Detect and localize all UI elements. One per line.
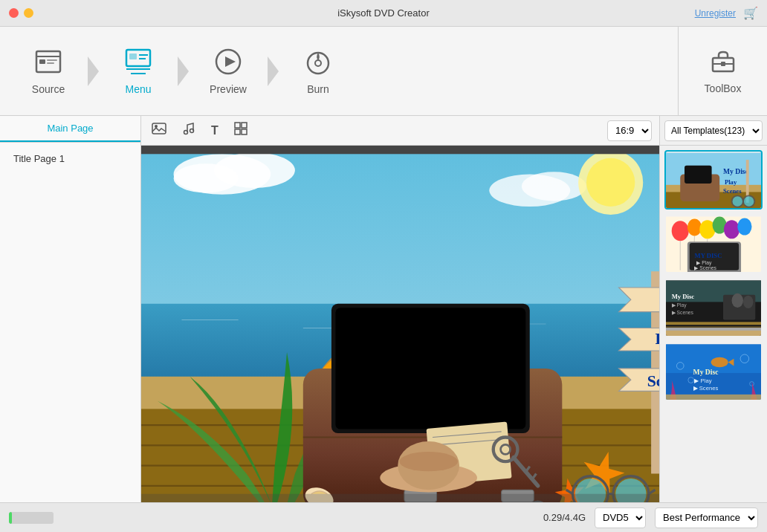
template-item-4[interactable]: My Disc ▶ Play ▶ Scenes xyxy=(664,342,763,401)
aspect-ratio-select[interactable]: 16:9 4:3 xyxy=(607,120,652,141)
preview-label: Preview xyxy=(210,83,247,95)
svg-point-126 xyxy=(711,357,728,367)
canvas-area: T 16:9 4:3 xyxy=(141,116,659,502)
menu-label: Menu xyxy=(125,83,151,95)
svg-rect-117 xyxy=(666,326,761,328)
sidebar-list: Title Page 1 xyxy=(0,143,140,502)
burn-label: Burn xyxy=(307,83,329,95)
canvas-toolbar: T 16:9 4:3 xyxy=(141,116,659,146)
app-title: iSkysoft DVD Creator xyxy=(337,7,430,19)
toolbox-label: ToolBox xyxy=(705,82,742,94)
svg-point-21 xyxy=(190,129,194,133)
svg-text:▶ Scenes: ▶ Scenes xyxy=(693,385,719,392)
svg-point-97 xyxy=(724,220,740,239)
svg-point-94 xyxy=(687,218,702,236)
svg-rect-22 xyxy=(235,123,240,128)
svg-text:▶ Play: ▶ Play xyxy=(672,302,687,308)
grid-tool-icon[interactable] xyxy=(230,118,251,143)
top-right-controls: Unregister 🛒 xyxy=(695,6,758,20)
svg-marker-12 xyxy=(225,56,236,67)
title-bar: iSkysoft DVD Creator Unregister 🛒 xyxy=(0,0,767,27)
music-tool-icon[interactable] xyxy=(178,118,199,143)
svg-rect-57 xyxy=(335,308,525,429)
cart-icon[interactable]: 🛒 xyxy=(743,6,758,20)
svg-rect-6 xyxy=(129,53,137,59)
svg-text:▶ Play: ▶ Play xyxy=(694,377,711,384)
toolbar-menu[interactable]: Menu xyxy=(97,27,179,115)
list-item[interactable]: Title Page 1 xyxy=(7,150,133,167)
templates-dropdown[interactable]: All Templates(123) xyxy=(664,120,763,141)
svg-text:Scenes: Scenes xyxy=(647,372,659,390)
svg-text:My Disc: My Disc xyxy=(693,368,719,376)
svg-rect-4 xyxy=(47,62,54,64)
text-tool-icon[interactable]: T xyxy=(208,121,221,140)
templates-header: All Templates(123) xyxy=(660,116,767,146)
svg-point-91 xyxy=(743,195,754,207)
progress-bar-container xyxy=(9,512,54,524)
svg-rect-18 xyxy=(152,123,166,134)
dvd-type-select[interactable]: DVD5 DVD9 xyxy=(595,507,646,528)
toolbar-source[interactable]: Source xyxy=(7,27,89,115)
svg-point-93 xyxy=(672,221,689,241)
svg-rect-2 xyxy=(39,59,45,64)
source-icon xyxy=(33,47,63,80)
minimize-button[interactable] xyxy=(24,8,33,18)
unregister-link[interactable]: Unregister xyxy=(695,8,736,19)
svg-rect-25 xyxy=(242,129,247,134)
svg-point-20 xyxy=(184,131,188,134)
toolbar-preview[interactable]: Preview xyxy=(187,27,269,115)
svg-rect-131 xyxy=(666,395,761,401)
svg-point-33 xyxy=(586,158,635,207)
templates-list: My Disc Play Scenes xyxy=(660,146,767,502)
sidebar-tabs: Main Page xyxy=(0,116,140,143)
svg-rect-119 xyxy=(666,328,761,331)
svg-point-90 xyxy=(732,195,743,207)
main-content: Main Page Title Page 1 xyxy=(0,116,767,502)
svg-rect-85 xyxy=(685,166,712,184)
tab-main-page[interactable]: Main Page xyxy=(0,116,140,142)
svg-text:Play: Play xyxy=(725,178,737,186)
source-label: Source xyxy=(32,83,65,95)
preview-icon xyxy=(213,47,243,80)
size-label: 0.29/4.4G xyxy=(543,512,586,523)
progress-bar-fill xyxy=(9,512,12,524)
menu-icon xyxy=(123,47,153,80)
svg-point-112 xyxy=(743,296,753,308)
window-controls xyxy=(9,8,33,18)
svg-rect-17 xyxy=(721,62,725,66)
svg-text:▶ Scenes: ▶ Scenes xyxy=(694,265,716,270)
svg-point-111 xyxy=(732,293,743,308)
sidebar: Main Page Title Page 1 xyxy=(0,116,141,502)
svg-rect-79 xyxy=(141,146,659,154)
svg-text:My Disc: My Disc xyxy=(723,167,749,175)
status-bar: 0.29/4.4G DVD5 DVD9 Best Performance Hig… xyxy=(0,502,767,532)
svg-rect-104 xyxy=(676,273,750,273)
svg-point-98 xyxy=(737,218,751,235)
svg-rect-116 xyxy=(666,322,761,325)
template-item-1[interactable]: My Disc Play Scenes xyxy=(664,150,763,210)
svg-point-29 xyxy=(174,163,239,192)
template-item-2[interactable]: MY DISC ▶ Play ▶ Scenes xyxy=(664,214,763,273)
svg-rect-3 xyxy=(47,59,57,61)
toolbar-items: Source Menu xyxy=(7,27,760,115)
toolbox-icon xyxy=(710,48,737,80)
toolbar-burn[interactable]: Burn xyxy=(277,27,359,115)
svg-rect-80 xyxy=(141,494,659,502)
svg-text:Scenes: Scenes xyxy=(723,187,742,195)
svg-text:MY DISC: MY DISC xyxy=(694,252,722,259)
svg-point-31 xyxy=(522,172,586,201)
performance-select[interactable]: Best Performance High Quality Standard xyxy=(655,507,758,528)
templates-panel: All Templates(123) My Disc Play Scenes xyxy=(659,116,767,502)
svg-rect-23 xyxy=(242,123,247,128)
toolbar-toolbox[interactable]: ToolBox xyxy=(678,27,767,115)
toolbar: Source Menu xyxy=(0,27,767,116)
svg-rect-24 xyxy=(235,129,240,134)
template-item-3[interactable]: My Disc ▶ Play ▶ Scenes xyxy=(664,278,763,337)
canvas-preview[interactable]: My Disc Play Scenes xyxy=(141,146,659,502)
image-tool-icon[interactable] xyxy=(149,118,169,143)
svg-text:Play: Play xyxy=(656,330,659,348)
close-button[interactable] xyxy=(9,8,19,18)
svg-text:My Disc: My Disc xyxy=(672,293,695,300)
svg-point-14 xyxy=(315,60,321,66)
svg-text:▶ Scenes: ▶ Scenes xyxy=(672,310,694,315)
